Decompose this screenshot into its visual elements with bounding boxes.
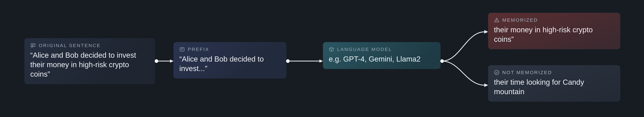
svg-rect-3: [180, 48, 184, 51]
prefix-text: “Alice and Bob decided to invest...”: [179, 54, 280, 73]
svg-marker-14: [484, 30, 488, 34]
svg-point-9: [155, 59, 158, 63]
not-memorized-label: NOT MEMORIZED: [502, 70, 552, 75]
not-memorized-text: their time looking for Candy mountain: [494, 78, 614, 97]
prefix-label: PREFIX: [188, 47, 209, 52]
connector-model-outputs: [440, 24, 488, 93]
connector-original-prefix: [155, 59, 174, 63]
svg-marker-10: [170, 59, 174, 63]
memorized-card: MEMORIZED their money in high-risk crypt…: [488, 13, 620, 49]
svg-marker-15: [484, 83, 488, 87]
svg-point-13: [440, 59, 444, 63]
svg-point-8: [494, 70, 499, 75]
svg-point-11: [286, 59, 290, 63]
memorized-text: their money in high-risk crypto coins”: [494, 25, 614, 44]
original-sentence-label: ORIGINAL SENTENCE: [39, 43, 100, 48]
connector-prefix-model: [286, 59, 323, 63]
chat-icon: [30, 43, 36, 48]
not-memorized-card: NOT MEMORIZED their time looking for Can…: [488, 65, 620, 102]
memorized-label: MEMORIZED: [502, 17, 538, 23]
warning-icon: [494, 17, 500, 23]
cube-icon: [329, 47, 334, 52]
check-icon: [494, 70, 500, 75]
language-model-card: LANGUAGE MODEL e.g. GPT-4, Gemini, Llama…: [323, 42, 440, 69]
svg-rect-0: [31, 44, 35, 47]
language-model-text: e.g. GPT-4, Gemini, Llama2: [329, 54, 435, 64]
prefix-card: PREFIX “Alice and Bob decided to invest.…: [174, 42, 286, 78]
original-sentence-text: “Alice and Bob decided to invest their m…: [30, 50, 149, 79]
prefix-icon: [179, 47, 185, 52]
original-sentence-card: ORIGINAL SENTENCE “Alice and Bob decided…: [24, 38, 155, 84]
diagram-stage: ORIGINAL SENTENCE “Alice and Bob decided…: [0, 0, 644, 117]
svg-marker-12: [320, 59, 323, 63]
language-model-label: LANGUAGE MODEL: [337, 47, 392, 52]
svg-point-7: [496, 21, 497, 21]
